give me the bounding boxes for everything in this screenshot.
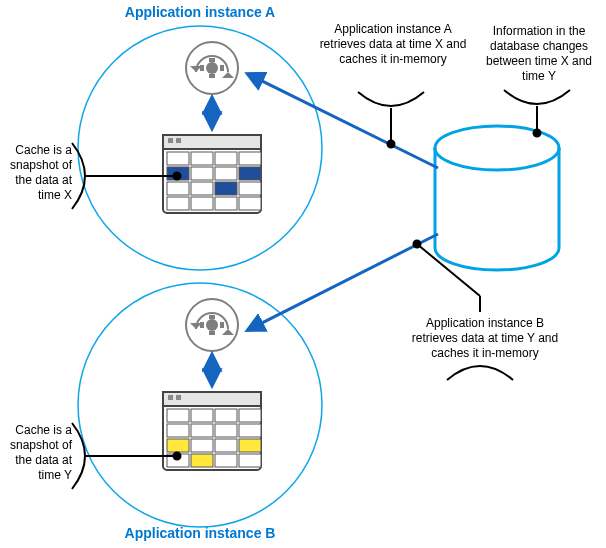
svg-point-4 bbox=[206, 62, 218, 74]
cache-cell bbox=[215, 167, 237, 180]
cache-cell bbox=[215, 409, 237, 422]
cache-cell bbox=[239, 439, 261, 452]
sql-database-icon bbox=[435, 126, 559, 270]
cache-cell bbox=[215, 439, 237, 452]
svg-rect-23 bbox=[168, 395, 173, 400]
cache-cell bbox=[215, 182, 237, 195]
svg-rect-19 bbox=[168, 138, 173, 143]
cache-cell bbox=[215, 424, 237, 437]
cache-cell bbox=[167, 409, 189, 422]
svg-rect-15 bbox=[200, 322, 204, 328]
svg-point-12 bbox=[206, 319, 218, 331]
svg-rect-6 bbox=[209, 74, 215, 78]
cache-cell bbox=[239, 182, 261, 195]
svg-rect-7 bbox=[200, 65, 204, 71]
cache-cell bbox=[191, 439, 213, 452]
retrieve-arrow-b bbox=[248, 234, 438, 330]
svg-rect-24 bbox=[176, 395, 181, 400]
process-icon-b bbox=[186, 299, 238, 351]
svg-rect-5 bbox=[209, 58, 215, 62]
cache-cell bbox=[191, 454, 213, 467]
diagram-root: Application instance A Application insta… bbox=[0, 0, 606, 548]
cache-cell bbox=[215, 152, 237, 165]
cache-cell bbox=[215, 197, 237, 210]
process-icon-a bbox=[186, 42, 238, 94]
svg-rect-8 bbox=[220, 65, 224, 71]
cache-cell bbox=[239, 167, 261, 180]
cache-cell bbox=[191, 167, 213, 180]
cache-cell bbox=[167, 197, 189, 210]
cache-cell bbox=[191, 152, 213, 165]
cache-cell bbox=[167, 152, 189, 165]
cache-cell bbox=[191, 409, 213, 422]
svg-rect-14 bbox=[209, 331, 215, 335]
svg-rect-20 bbox=[176, 138, 181, 143]
cache-cell bbox=[239, 197, 261, 210]
cache-cell bbox=[215, 454, 237, 467]
cache-cell bbox=[239, 409, 261, 422]
cache-cell bbox=[167, 439, 189, 452]
retrieve-arrow-a bbox=[248, 74, 438, 168]
cache-cell bbox=[167, 182, 189, 195]
cache-cell bbox=[239, 152, 261, 165]
cache-cell bbox=[191, 424, 213, 437]
svg-rect-16 bbox=[220, 322, 224, 328]
cache-cell bbox=[167, 424, 189, 437]
diagram-svg bbox=[0, 0, 606, 548]
cache-cell bbox=[239, 424, 261, 437]
cache-cell bbox=[191, 197, 213, 210]
svg-rect-13 bbox=[209, 315, 215, 319]
cache-cell bbox=[239, 454, 261, 467]
callout-retrieve-a bbox=[358, 92, 424, 148]
cache-cell bbox=[191, 182, 213, 195]
